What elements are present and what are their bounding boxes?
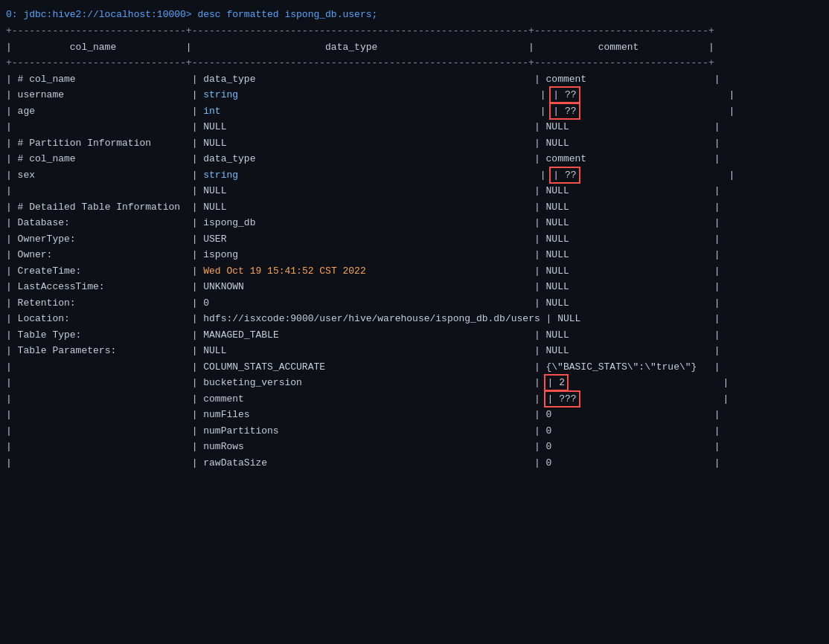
table-row: | sex | string | | ?? | — [0, 167, 829, 184]
table-row: | Table Parameters: | NULL | NULL | — [0, 343, 829, 359]
table-row: | | comment | | ??? | — [0, 391, 829, 408]
table-row: | Database: | ispong_db | NULL | — [0, 215, 829, 231]
table-row: | | numRows | 0 | — [0, 439, 829, 455]
highlight-age-comment: | ?? — [551, 105, 577, 117]
table-row: | Location: | hdfs://isxcode:9000/user/h… — [0, 311, 829, 327]
table-row: | | NULL | NULL | — [0, 119, 829, 135]
table-row: | age | int | | ?? | — [0, 103, 829, 120]
table-row: | | rawDataSize | 0 | — [0, 455, 829, 471]
table-row: | username | string | | ?? | — [0, 87, 829, 103]
highlight-username-comment: | ?? — [551, 88, 577, 101]
table-row: | | bucketing_version | | 2 | — [0, 375, 829, 391]
table-row: | # Partition Information | NULL | NULL … — [0, 135, 829, 152]
table-row: | Retention: | 0 | NULL | — [0, 295, 829, 312]
separator-top: +------------------------------+--------… — [0, 23, 829, 39]
table-row: | | numPartitions | 0 | — [0, 423, 829, 439]
terminal-window: 0: jdbc:hive2://localhost:10000> desc fo… — [0, 0, 829, 477]
table-row: | # col_name | data_type | comment | — [0, 71, 829, 88]
prompt-line: 0: jdbc:hive2://localhost:10000> desc fo… — [0, 6, 829, 23]
table-row: | # col_name | data_type | comment | — [0, 151, 829, 167]
table-row: | Owner: | ispong | NULL | — [0, 247, 829, 263]
table-row: | # Detailed Table Information | NULL | … — [0, 199, 829, 216]
table-row: | OwnerType: | USER | NULL | — [0, 231, 829, 248]
highlight-comment-value: | ??? — [546, 393, 578, 405]
table-row: | LastAccessTime: | UNKNOWN | NULL | — [0, 279, 829, 295]
table-row: | Table Type: | MANAGED_TABLE | NULL | — [0, 327, 829, 344]
table-row: | | NULL | NULL | — [0, 183, 829, 199]
header-row: | col_name | data_type | comment | — [0, 39, 829, 56]
highlight-bucketing-comment: | 2 — [546, 376, 566, 389]
table-container: +------------------------------+--------… — [0, 23, 829, 471]
separator-header: +------------------------------+--------… — [0, 55, 829, 71]
table-row: | CreateTime: | Wed Oct 19 15:41:52 CST … — [0, 263, 829, 280]
table-row: | | COLUMN_STATS_ACCURATE | {\"BASIC_STA… — [0, 359, 829, 376]
table-row: | | numFiles | 0 | — [0, 407, 829, 423]
highlight-sex-comment: | ?? — [551, 169, 577, 181]
